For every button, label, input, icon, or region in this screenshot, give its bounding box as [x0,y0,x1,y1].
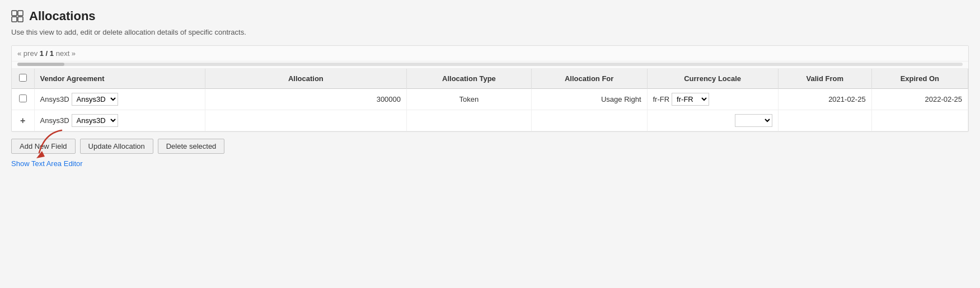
select-all-checkbox[interactable] [19,74,27,82]
row-allocation: 300000 [205,89,406,110]
update-allocation-button[interactable]: Update Allocation [80,139,153,154]
col-allocation-for: Allocation For [531,69,647,89]
svg-rect-2 [12,17,17,22]
actions-row: Add New Field Update Allocation Delete s… [11,132,969,158]
svg-rect-1 [18,11,23,16]
new-row-allocation-type [407,110,532,131]
row-vendor-agreement: Ansys3D Ansys3D Other [34,89,205,110]
row-valid-from: 2021-02-25 [778,89,871,110]
vendor-value: Ansys3D [40,95,69,103]
progress-bar-fill [17,63,64,66]
new-locale-dropdown[interactable]: fr-FR en-US de-DE [735,114,772,127]
new-row-vendor: Ansys3D Ansys3D Other [34,110,205,131]
show-text-area-editor-link[interactable]: Show Text Area Editor [11,159,83,168]
svg-rect-3 [18,17,23,22]
add-row-icon: + [12,110,34,131]
col-expired-on: Expired On [871,69,968,89]
pagination-bar: « prev 1 / 1 next » [12,46,968,62]
new-row-expired-on [871,110,968,131]
svg-rect-0 [12,11,17,16]
col-valid-from: Valid From [778,69,871,89]
vendor-dropdown[interactable]: Ansys3D Other [72,93,118,106]
new-row: + Ansys3D Ansys3D Other [12,110,968,131]
row-checkbox-cell[interactable] [12,89,34,110]
col-vendor-agreement: Vendor Agreement [34,69,205,89]
col-allocation: Allocation [205,69,406,89]
new-row-allocation[interactable] [205,110,406,131]
new-row-locale: fr-FR en-US de-DE [647,110,778,131]
row-currency-locale: fr-FR fr-FR en-US de-DE [647,89,778,110]
page-header: Allocations [11,9,969,23]
new-vendor-dropdown[interactable]: Ansys3D Other [72,114,118,127]
add-new-field-button[interactable]: Add New Field [11,139,76,154]
locale-dropdown[interactable]: fr-FR en-US de-DE [672,93,709,106]
editor-link-container: Show Text Area Editor [11,158,83,168]
col-allocation-type: Allocation Type [407,69,532,89]
page-current: 1 / 1 [40,49,54,58]
table-header: Vendor Agreement Allocation Allocation T… [12,69,968,89]
new-row-allocation-for [531,110,647,131]
col-currency-locale: Currency Locale [647,69,778,89]
row-allocation-type: Token [407,89,532,110]
new-allocation-input[interactable] [211,116,401,125]
page-description: Use this view to add, edit or delete all… [11,28,969,36]
header-row: Vendor Agreement Allocation Allocation T… [12,69,968,89]
allocations-table: Vendor Agreement Allocation Allocation T… [12,69,968,131]
col-checkbox[interactable] [12,69,34,89]
grid-icon [11,10,24,22]
progress-bar-row [12,62,968,69]
page-title: Allocations [29,9,96,23]
row-checkbox[interactable] [19,95,27,102]
row-expired-on: 2022-02-25 [871,89,968,110]
table-container: « prev 1 / 1 next » Vendor Agreement All… [11,45,969,132]
new-row-valid-from [778,110,871,131]
delete-selected-button[interactable]: Delete selected [158,139,225,154]
prev-link[interactable]: « prev [17,49,37,58]
table-body: Ansys3D Ansys3D Other 300000 Token Usage… [12,89,968,131]
next-link[interactable]: next » [56,49,76,58]
table-row: Ansys3D Ansys3D Other 300000 Token Usage… [12,89,968,110]
progress-bar-track [17,63,963,66]
row-allocation-for: Usage Right [531,89,647,110]
